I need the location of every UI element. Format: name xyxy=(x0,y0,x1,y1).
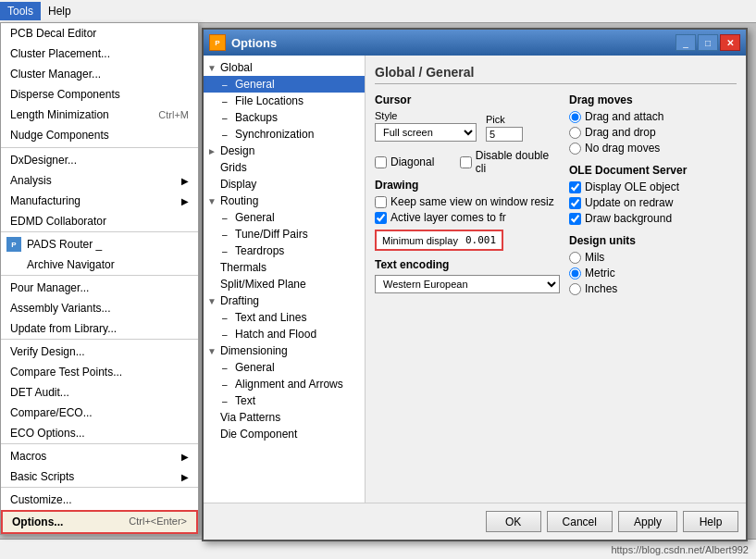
tree-item-dim-general[interactable]: – General xyxy=(204,359,365,376)
tree-item-text-lines[interactable]: – Text and Lines xyxy=(204,309,365,326)
menu-item-pads-router[interactable]: P PADS Router _ xyxy=(1,234,198,255)
tree-item-general[interactable]: – General xyxy=(204,76,365,93)
tree-item-split-plane[interactable]: Split/Mixed Plane xyxy=(204,276,365,292)
update-redraw-checkbox[interactable] xyxy=(569,197,581,209)
menu-item-analysis[interactable]: Analysis ▶ xyxy=(1,170,198,191)
expand-icon: ▼ xyxy=(207,63,218,73)
metric-radio[interactable] xyxy=(569,267,581,280)
diagonal-checkbox[interactable] xyxy=(375,156,387,168)
tree-item-global[interactable]: ▼ Global xyxy=(204,59,365,76)
mils-row: Mils xyxy=(569,251,740,264)
tree-item-die-component[interactable]: Die Component xyxy=(204,426,365,442)
drag-attach-radio[interactable] xyxy=(569,111,581,123)
tree-item-routing-general[interactable]: – General xyxy=(204,209,365,226)
tree-item-routing[interactable]: ▼ Routing xyxy=(204,193,365,209)
menu-item-customize[interactable]: Customize... xyxy=(1,490,198,510)
cursor-section: Cursor Style Full screen Small cross Arr… xyxy=(375,93,560,142)
tree-item-hatch[interactable]: – Hatch and Flood xyxy=(204,326,365,342)
expand-icon5: ▼ xyxy=(207,346,218,356)
menu-item-archive-nav[interactable]: Archive Navigator xyxy=(1,255,198,276)
menu-help[interactable]: Help xyxy=(41,2,79,20)
tree-item-backups[interactable]: – Backups xyxy=(204,109,365,126)
help-button[interactable]: Help xyxy=(683,511,738,532)
menu-item-length-min[interactable]: Length Minimization Ctrl+M xyxy=(1,105,198,125)
no-drag-radio[interactable] xyxy=(569,143,581,155)
tree-item-file-locations[interactable]: – File Locations xyxy=(204,93,365,109)
menu-item-det-audit[interactable]: DET Audit... xyxy=(1,382,198,403)
keep-same-view-row: Keep same view on window resiz xyxy=(375,195,560,208)
menu-item-pour-manager[interactable]: Pour Manager... xyxy=(1,278,198,298)
keep-view-checkbox[interactable] xyxy=(375,196,387,208)
pick-value-input[interactable] xyxy=(486,127,523,142)
menu-item-cluster-manager[interactable]: Cluster Manager... xyxy=(1,64,198,84)
close-button[interactable]: ✕ xyxy=(720,34,740,51)
display-ole-checkbox[interactable] xyxy=(569,181,581,193)
bullet-icon3: – xyxy=(222,113,233,123)
dialog-titlebar: P Options _ □ ✕ xyxy=(204,30,746,56)
tree-item-design[interactable]: ► Design xyxy=(204,143,365,159)
tree-panel: ▼ Global – General – File Locations – Ba… xyxy=(204,56,366,503)
text-encoding-section: Text encoding Western European UTF-8 Uni… xyxy=(375,258,560,293)
cancel-button[interactable]: Cancel xyxy=(547,511,613,532)
apply-button[interactable]: Apply xyxy=(618,511,677,532)
tree-item-tune[interactable]: – Tune/Diff Pairs xyxy=(204,226,365,242)
text-encoding-label: Text encoding xyxy=(375,258,560,271)
active-layer-row: Active layer comes to fr xyxy=(375,211,560,224)
tree-item-display[interactable]: Display xyxy=(204,176,365,193)
bullet-icon4: – xyxy=(222,130,233,140)
menu-item-disperse[interactable]: Disperse Components xyxy=(1,84,198,105)
maximize-button[interactable]: □ xyxy=(698,34,718,51)
tree-item-dimensioning[interactable]: ▼ Dimensioning xyxy=(204,342,365,359)
cursor-style-dropdown[interactable]: Full screen Small cross Arrow xyxy=(375,123,477,142)
menu-item-compare-test[interactable]: Compare Test Points... xyxy=(1,362,198,382)
menu-item-compare-eco[interactable]: Compare/ECO... xyxy=(1,403,198,423)
inches-row: Inches xyxy=(569,282,740,295)
encoding-dropdown[interactable]: Western European UTF-8 Unicode xyxy=(375,275,560,293)
menu-item-update-library[interactable]: Update from Library... xyxy=(1,318,198,340)
inches-radio[interactable] xyxy=(569,283,581,295)
menu-item-macros[interactable]: Macros ▶ xyxy=(1,446,198,466)
tree-item-thermals[interactable]: Thermals xyxy=(204,259,365,276)
ok-button[interactable]: OK xyxy=(486,511,541,532)
menu-item-basic-scripts[interactable]: Basic Scripts ▶ xyxy=(1,466,198,488)
bullet-icon6: – xyxy=(222,230,233,240)
titlebar-buttons: _ □ ✕ xyxy=(675,34,740,51)
active-layer-checkbox[interactable] xyxy=(375,212,387,224)
disable-double-checkbox[interactable] xyxy=(460,156,472,168)
drag-attach-row: Drag and attach xyxy=(569,110,740,123)
drag-moves-section: Drag moves Drag and attach Drag and drop… xyxy=(569,93,740,155)
menu-item-dxdesigner[interactable]: DxDesigner... xyxy=(1,150,198,170)
tree-item-sync[interactable]: – Synchronization xyxy=(204,126,365,143)
menu-item-assembly[interactable]: Assembly Variants... xyxy=(1,298,198,318)
mils-radio[interactable] xyxy=(569,252,581,264)
tree-item-text[interactable]: – Text xyxy=(204,392,365,409)
menu-item-pcb-decal[interactable]: PCB Decal Editor xyxy=(1,23,198,43)
menu-item-options[interactable]: Options... Ctrl+<Enter> xyxy=(1,510,198,534)
no-drag-label: No drag moves xyxy=(585,142,660,155)
drag-drop-radio[interactable] xyxy=(569,127,581,139)
min-display-value: 0.001 xyxy=(465,234,496,246)
menu-item-manufacturing[interactable]: Manufacturing ▶ xyxy=(1,191,198,211)
draw-bg-checkbox[interactable] xyxy=(569,213,581,225)
min-display-label: Minimum display xyxy=(382,235,458,246)
draw-bg-label: Draw background xyxy=(585,212,672,225)
menu-item-eco-options[interactable]: ECO Options... xyxy=(1,423,198,444)
tree-item-grids[interactable]: Grids xyxy=(204,159,365,176)
menu-item-verify[interactable]: Verify Design... xyxy=(1,342,198,362)
menu-item-edmd[interactable]: EDMD Collaborator xyxy=(1,211,198,232)
active-layer-label: Active layer comes to fr xyxy=(390,211,506,224)
update-redraw-row: Update on redraw xyxy=(569,196,740,209)
expand-icon2: ► xyxy=(207,146,218,156)
pick-col: Pick xyxy=(486,114,523,142)
bullet-icon10: – xyxy=(222,363,233,373)
disable-double-label: Disable double cli xyxy=(476,149,560,175)
tree-item-via-patterns[interactable]: Via Patterns xyxy=(204,409,365,426)
menu-tools[interactable]: Tools xyxy=(0,2,41,20)
bullet-icon7: – xyxy=(222,246,233,256)
menu-item-nudge[interactable]: Nudge Components xyxy=(1,125,198,148)
menu-item-cluster-placement[interactable]: Cluster Placement... xyxy=(1,43,198,64)
tree-item-teardrops[interactable]: – Teardrops xyxy=(204,242,365,259)
minimize-button[interactable]: _ xyxy=(675,34,696,51)
tree-item-drafting[interactable]: ▼ Drafting xyxy=(204,292,365,309)
tree-item-alignment[interactable]: – Alignment and Arrows xyxy=(204,376,365,392)
